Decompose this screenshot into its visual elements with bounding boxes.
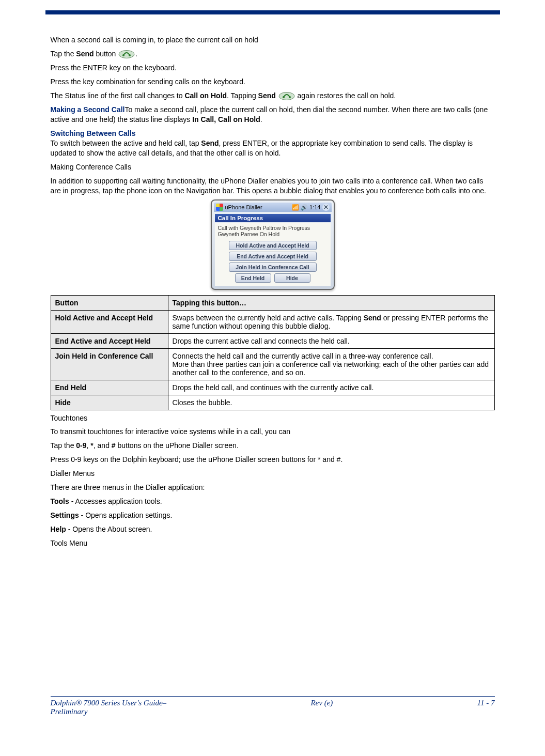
pda-status-line: Call with Gwyneth Paltrow In Progress bbox=[218, 225, 328, 231]
svg-point-3 bbox=[279, 92, 294, 100]
text: buttons on the uPhone Dialler screen. bbox=[116, 441, 239, 450]
dialler-menus-heading: Dialler Menus bbox=[51, 469, 495, 479]
menu-help: Help - Opens the About screen. bbox=[51, 524, 495, 534]
pda-status: Call with Gwyneth Paltrow In Progress Gw… bbox=[215, 223, 331, 240]
footer-revision: Rev (e) bbox=[310, 699, 333, 716]
footer-title: Dolphin® 7900 Series User's Guide– bbox=[51, 699, 167, 707]
svg-point-0 bbox=[119, 51, 134, 58]
text-bold: Send bbox=[258, 91, 276, 100]
touchtones-intro: To transmit touchtones for interactive v… bbox=[51, 427, 495, 437]
text: Connects the held call and the currently… bbox=[173, 352, 433, 360]
text: - Accesses application tools. bbox=[69, 497, 162, 505]
header-rule bbox=[45, 10, 500, 14]
text-bold: # bbox=[112, 441, 116, 450]
text: The Status line of the first call change… bbox=[51, 91, 185, 100]
footer-page-number: 11 - 7 bbox=[477, 699, 495, 716]
button-desc: Connects the held call and the currently… bbox=[168, 348, 494, 380]
dialler-menus-intro: There are three menus in the Dialler app… bbox=[51, 483, 495, 492]
table-header-row: Button Tapping this button… bbox=[51, 295, 494, 310]
menu-settings: Settings - Opens application settings. bbox=[51, 511, 495, 520]
button-name: Hold Active and Accept Held bbox=[51, 310, 168, 333]
pda-titlebar: uPhone Dialler 📶 🔊 1:14 ✕ bbox=[214, 203, 332, 212]
text-bold: Help bbox=[51, 525, 66, 533]
press-enter-line: Press the ENTER key on the keyboard. bbox=[51, 63, 495, 73]
text: Swaps between the currently held and act… bbox=[173, 314, 364, 322]
button-desc: Swaps between the currently held and act… bbox=[168, 310, 494, 333]
windows-logo-icon bbox=[216, 204, 223, 211]
heading-making-second-call: Making a Second Call bbox=[51, 105, 125, 114]
table-row: Hold Active and Accept Held Swaps betwee… bbox=[51, 310, 494, 333]
pda-banner: Call In Progress bbox=[215, 214, 331, 222]
table-row: End Active and Accept Held Drops the cur… bbox=[51, 333, 494, 348]
pda-buttons: Hold Active and Accept Held End Active a… bbox=[215, 241, 331, 286]
svg-point-2 bbox=[129, 54, 131, 56]
end-active-button[interactable]: End Active and Accept Held bbox=[229, 252, 317, 261]
touchtones-tap: Tap the 0-9, *, and # buttons on the uPh… bbox=[51, 441, 495, 451]
text: To switch between the active and held ca… bbox=[51, 139, 201, 147]
making-second-call: Making a Second CallTo make a second cal… bbox=[51, 105, 495, 125]
pda-time: 1:14 bbox=[309, 204, 320, 210]
text: . bbox=[260, 115, 262, 124]
col-description: Tapping this button… bbox=[168, 295, 494, 310]
text: again restores the call on hold. bbox=[298, 91, 396, 100]
text: - Opens application settings. bbox=[79, 511, 173, 519]
text: Tap the bbox=[51, 50, 76, 58]
close-icon[interactable]: ✕ bbox=[322, 204, 330, 211]
conference-title: Making Conference Calls bbox=[51, 162, 495, 172]
page: When a second call is coming in, to plac… bbox=[35, 0, 510, 723]
join-conference-button[interactable]: Join Held in Conference Call bbox=[229, 263, 317, 272]
button-name: Join Held in Conference Call bbox=[51, 348, 168, 380]
text: More than three parties can join a confe… bbox=[173, 360, 489, 377]
text: , and bbox=[94, 441, 112, 450]
text: - Opens the About screen. bbox=[66, 525, 152, 533]
text-bold: 0-9 bbox=[76, 441, 86, 450]
heading-switching: Switching Between Calls bbox=[51, 129, 136, 137]
button-table: Button Tapping this button… Hold Active … bbox=[51, 295, 495, 410]
text: . bbox=[135, 50, 137, 58]
conference-body: In addition to supporting call waiting f… bbox=[51, 176, 495, 196]
text: Tap the bbox=[51, 441, 76, 450]
button-desc: Drops the current active call and connec… bbox=[168, 333, 494, 348]
pda-status-line: Gwyneth Parnee On Hold bbox=[218, 231, 328, 237]
text-bold: Send bbox=[201, 139, 219, 147]
pda-title-text: uPhone Dialler bbox=[225, 204, 262, 210]
page-footer: Dolphin® 7900 Series User's Guide– Preli… bbox=[51, 696, 495, 716]
send-icon bbox=[278, 91, 295, 101]
hide-button[interactable]: Hide bbox=[274, 273, 310, 283]
text-bold: Call on Hold bbox=[184, 91, 227, 100]
footer-left: Dolphin® 7900 Series User's Guide– Preli… bbox=[51, 699, 167, 716]
speaker-icon: 🔊 bbox=[301, 204, 308, 211]
svg-point-5 bbox=[289, 96, 291, 98]
text-bold: Send bbox=[364, 314, 381, 322]
signal-icon: 📶 bbox=[292, 204, 299, 211]
table-row: End Held Drops the held call, and contin… bbox=[51, 380, 494, 395]
button-name: End Active and Accept Held bbox=[51, 333, 168, 348]
table-row: Hide Closes the bubble. bbox=[51, 395, 494, 410]
tap-send-line: Tap the Send button . bbox=[51, 49, 495, 59]
text: button bbox=[94, 50, 118, 58]
intro-text: When a second call is coming in, to plac… bbox=[51, 35, 495, 45]
button-desc: Closes the bubble. bbox=[168, 395, 494, 410]
button-name: Hide bbox=[51, 395, 168, 410]
touchtones-press: Press 0-9 keys on the Dolphin keyboard; … bbox=[51, 455, 495, 465]
hold-active-button[interactable]: Hold Active and Accept Held bbox=[229, 241, 317, 250]
text-bold: Settings bbox=[51, 511, 79, 519]
svg-point-4 bbox=[283, 96, 285, 98]
menu-tools: Tools - Accesses application tools. bbox=[51, 497, 495, 506]
touchtones-heading: Touchtones bbox=[51, 413, 495, 423]
button-desc: Drops the held call, and continues with … bbox=[168, 380, 494, 395]
status-line: The Status line of the first call change… bbox=[51, 91, 495, 101]
footer-subtitle: Preliminary bbox=[51, 707, 88, 716]
send-label: Send bbox=[76, 50, 94, 58]
button-name: End Held bbox=[51, 380, 168, 395]
text: . Tapping bbox=[227, 91, 258, 100]
switching-between-calls: Switching Between Calls To switch betwee… bbox=[51, 129, 495, 158]
press-combo-line: Press the key combination for sending ca… bbox=[51, 77, 495, 87]
text-bold: In Call, Call on Hold bbox=[192, 115, 260, 124]
svg-point-1 bbox=[122, 54, 124, 56]
send-icon bbox=[118, 50, 135, 59]
tools-menu-heading: Tools Menu bbox=[51, 538, 495, 548]
table-row: Join Held in Conference Call Connects th… bbox=[51, 348, 494, 380]
text-bold: Tools bbox=[51, 497, 69, 505]
end-held-button[interactable]: End Held bbox=[235, 273, 271, 283]
